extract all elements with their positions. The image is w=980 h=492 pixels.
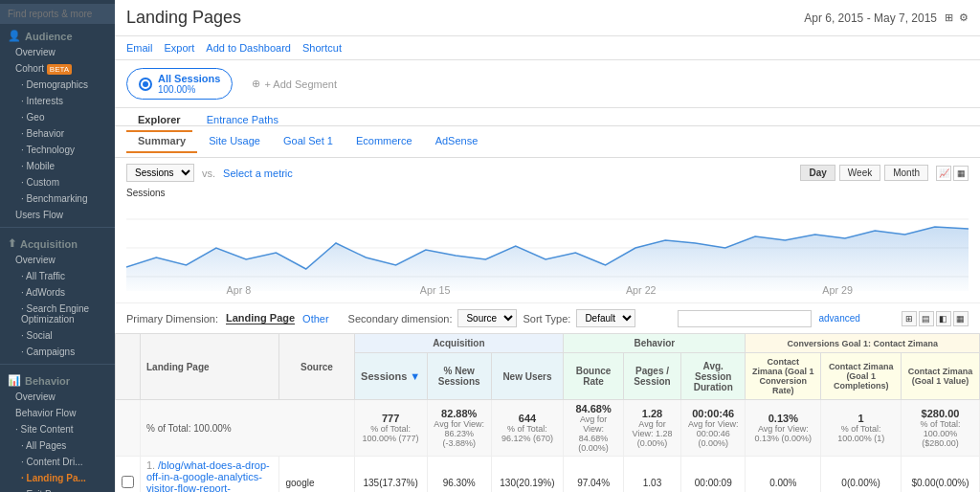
secondary-dim-select[interactable]: Source [457, 309, 517, 327]
sidebar-item-adwords[interactable]: · AdWords [0, 284, 115, 301]
sidebar-item-custom[interactable]: · Custom [0, 174, 115, 190]
week-button[interactable]: Week [839, 165, 880, 181]
sidebar-section-acquisition: ⬆ Acquisition [0, 232, 115, 252]
row-new-users: 130(20.19%) [491, 457, 564, 493]
tab-ecommerce[interactable]: Ecommerce [345, 130, 424, 153]
chart-container: Apr 8 Apr 15 Apr 22 Apr 29 [126, 200, 969, 296]
sidebar-item-geo[interactable]: · Geo [0, 109, 115, 125]
col-sessions[interactable]: Sessions ▼ [354, 353, 427, 400]
total-sessions: 777 [361, 413, 421, 424]
select-metric-link[interactable]: Select a metric [223, 168, 293, 179]
sidebar-item-cohort[interactable]: Cohort BETA [0, 60, 115, 77]
col-avg-duration[interactable]: Avg. Session Duration [681, 353, 746, 400]
export-link[interactable]: Export [165, 42, 195, 54]
col-goal1-value[interactable]: Contact Zimana (Goal 1 Value) [901, 353, 979, 400]
col-checkbox [116, 334, 141, 400]
tab-summary[interactable]: Summary [126, 130, 197, 153]
table-controls: Primary Dimension: Landing Page Other Se… [115, 302, 980, 333]
row-checkbox[interactable] [122, 476, 134, 488]
col-new-users[interactable]: New Users [491, 353, 564, 400]
total-goal1-value: $280.00 [907, 408, 973, 419]
segment-percent: 100.00% [158, 84, 220, 95]
total-new-users: 644 [498, 413, 558, 424]
chart-area: Sessions [115, 188, 980, 302]
sidebar-item-behavior-flow[interactable]: Behavior Flow [0, 405, 115, 421]
all-sessions-segment[interactable]: All Sessions 100.00% [126, 68, 233, 100]
sidebar-item-overview-aud[interactable]: Overview [0, 44, 115, 60]
tab-entrance-paths[interactable]: Entrance Paths [195, 109, 290, 132]
col-pages-session[interactable]: Pages / Session [623, 353, 680, 400]
total-goal1-comp-sub: % of Total: 100.00% (1) [827, 424, 895, 443]
sidebar-search[interactable] [0, 4, 115, 24]
sidebar-item-seo[interactable]: · Search Engine Optimization [0, 301, 115, 327]
col-group-conversions: Conversions Goal 1: Contact Zimana [746, 334, 980, 353]
sidebar-item-all-traffic[interactable]: · All Traffic [0, 268, 115, 284]
audience-icon: 👤 [8, 30, 21, 42]
header: Landing Pages Apr 6, 2015 - May 7, 2015 … [115, 0, 980, 36]
row-goal1-value: $0.00(0.00%) [901, 457, 979, 493]
sidebar-item-content-drilldown[interactable]: · Content Dri... [0, 454, 115, 470]
segment-circle [139, 78, 152, 91]
primary-tabs: Explorer Entrance Paths [115, 108, 980, 126]
col-group-behavior: Behavior [564, 334, 746, 353]
tab-explorer[interactable]: Explorer [126, 109, 192, 132]
col-bounce-rate[interactable]: Bounce Rate [564, 353, 624, 400]
add-segment-button[interactable]: ⊕ + Add Segment [252, 78, 337, 90]
tab-adsense[interactable]: AdSense [424, 130, 490, 153]
sidebar-item-campaigns[interactable]: · Campaigns [0, 344, 115, 360]
row-avg-duration: 00:00:09 [681, 457, 746, 493]
sidebar-item-benchmarking[interactable]: · Benchmarking [0, 190, 115, 207]
tab-goal-set-1[interactable]: Goal Set 1 [272, 130, 345, 153]
sidebar-item-users-flow[interactable]: Users Flow [0, 207, 115, 223]
grid-icon[interactable]: ⊞ [945, 11, 953, 24]
settings-icon[interactable]: ⚙ [959, 11, 969, 24]
sidebar-item-interests[interactable]: · Interests [0, 93, 115, 109]
col-source[interactable]: Source [279, 334, 354, 400]
sidebar-item-behavior-aud[interactable]: · Behavior [0, 125, 115, 142]
primary-dim-label: Primary Dimension: [126, 313, 218, 324]
sidebar-item-mobile[interactable]: · Mobile [0, 158, 115, 174]
tab-site-usage[interactable]: Site Usage [197, 130, 272, 153]
col-goal1-completions[interactable]: Contact Zimana (Goal 1 Completions) [821, 353, 902, 400]
sort-type-label: Sort Type: [523, 313, 570, 324]
table-icon-4[interactable]: ▦ [953, 311, 969, 326]
month-button[interactable]: Month [884, 165, 928, 181]
dim-landing-page[interactable]: Landing Page [226, 312, 295, 324]
total-goal1-conv: 0.13% [751, 413, 814, 424]
col-new-sessions[interactable]: % New Sessions [427, 353, 491, 400]
landing-page-link[interactable]: /blog/what-does-a-drop-off-in-a-google-a… [146, 459, 270, 492]
sidebar-item-exit-pages[interactable]: · Exit Pages [0, 486, 115, 492]
segment-bar: All Sessions 100.00% ⊕ + Add Segment [115, 60, 980, 108]
table-icon-2[interactable]: ▤ [919, 311, 934, 326]
bar-chart-icon[interactable]: ▦ [953, 166, 969, 181]
add-dashboard-link[interactable]: Add to Dashboard [206, 42, 291, 54]
plus-icon: ⊕ [252, 78, 260, 90]
sidebar-item-demographics[interactable]: · Demographics [0, 77, 115, 93]
email-link[interactable]: Email [126, 42, 153, 54]
advanced-link[interactable]: advanced [819, 313, 860, 324]
table-icon-3[interactable]: ◧ [936, 311, 951, 326]
row-new-sessions: 96.30% [427, 457, 491, 493]
sidebar-item-all-pages[interactable]: · All Pages [0, 437, 115, 454]
sessions-chart: Apr 8 Apr 15 Apr 22 Apr 29 [126, 200, 969, 296]
sidebar-item-overview-acq[interactable]: Overview [0, 252, 115, 268]
day-button[interactable]: Day [800, 165, 835, 181]
sidebar-item-site-content[interactable]: · Site Content [0, 421, 115, 437]
main-content: Landing Pages Apr 6, 2015 - May 7, 2015 … [115, 0, 980, 492]
x-label-2: Apr 15 [420, 284, 451, 296]
col-goal1-conv-rate[interactable]: Contact Zimana (Goal 1 Conversion Rate) [746, 353, 821, 400]
metric-selector[interactable]: Sessions [126, 164, 194, 182]
sidebar-item-social[interactable]: · Social [0, 327, 115, 344]
line-chart-icon[interactable]: 📈 [936, 166, 951, 181]
col-landing-page[interactable]: Landing Page [141, 334, 279, 400]
sidebar-item-overview-beh[interactable]: Overview [0, 389, 115, 405]
sidebar-item-technology[interactable]: · Technology [0, 142, 115, 158]
shortcut-link[interactable]: Shortcut [302, 42, 342, 54]
dim-other[interactable]: Other [302, 313, 329, 324]
table-icon-1[interactable]: ⊞ [902, 311, 917, 326]
secondary-dim-label: Secondary dimension: [348, 313, 453, 324]
table-search[interactable] [678, 310, 812, 327]
total-bounce-sub: Avg for View: 84.68% (0.00%) [569, 414, 617, 453]
sidebar-item-landing-pages[interactable]: · Landing Pa... [0, 470, 115, 486]
sort-type-select[interactable]: Default [576, 309, 635, 327]
